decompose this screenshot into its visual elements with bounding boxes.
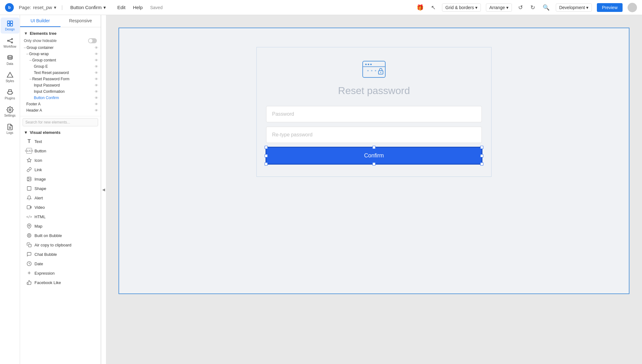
password-field[interactable]: Password [266,106,482,122]
element-chat-bubble[interactable]: Chat Bubble [20,250,101,259]
eye-icon-conf[interactable]: 👁 [95,90,98,93]
help-menu[interactable]: Help [133,5,143,10]
handle-top-left [265,146,268,149]
design-label: Design [5,28,15,31]
eye-icon-footer[interactable]: 👁 [95,102,98,106]
element-date[interactable]: Date [20,259,101,268]
svg-rect-0 [7,21,9,23]
panel-tabs: UI Builder Responsive [20,15,101,27]
icon-element-icon [26,157,32,163]
only-show-hideable-toggle[interactable] [88,38,97,43]
left-panel: UI Builder Responsive ▼ Elements tree On… [20,15,101,364]
elements-tree-header[interactable]: ▼ Elements tree [20,30,101,37]
user-avatar[interactable] [628,3,637,12]
panel-collapse-button[interactable]: ◀ [101,15,106,364]
eye-icon-e[interactable]: 👁 [95,65,98,68]
svg-point-16 [28,178,29,179]
eye-icon-btn[interactable]: 👁 [95,96,98,100]
element-icon[interactable]: Icon [20,156,101,165]
tree-item-header-a[interactable]: Header A 👁 [20,107,101,113]
element-image[interactable]: Image [20,174,101,184]
element-air-copy[interactable]: Air copy to clipboard [20,240,101,250]
element-map[interactable]: Map [20,221,101,231]
retype-password-field[interactable]: Re-type password [266,127,482,143]
sidebar-item-design[interactable]: Design [1,18,19,34]
tree-item-input-confirm[interactable]: Input Confirmation 👁 [20,88,101,95]
svg-point-20 [29,225,30,226]
tree-item-input-password[interactable]: Input Password 👁 [20,82,101,88]
facebook-like-icon [26,280,32,285]
grid-borders-button[interactable]: Grid & borders ▾ [442,3,481,12]
handle-right-middle [480,154,483,157]
handle-left-middle [265,154,268,157]
eye-icon-pw[interactable]: 👁 [95,83,98,87]
development-button[interactable]: Development ▾ [556,3,592,12]
element-name-selector[interactable]: Button Confirm ▾ [70,5,106,10]
visual-elements-header[interactable]: ▼ Visual elements [20,128,101,137]
tab-ui-builder[interactable]: UI Builder [20,15,61,27]
page-selector[interactable]: Page: reset_pw ▾ [19,5,56,10]
icon-sidebar: Design Workflow Data Styles [0,15,20,364]
redo-icon[interactable]: ↻ [529,3,536,12]
eye-icon-form[interactable]: 👁 [95,77,98,81]
sidebar-item-plugins[interactable]: Plugins [1,87,19,103]
element-alert[interactable]: Alert [20,193,101,203]
visual-elements-toggle[interactable]: ▼ [24,130,28,135]
svg-point-28 [370,64,372,65]
styles-label: Styles [6,79,14,83]
svg-point-26 [365,64,367,65]
confirm-button[interactable]: Confirm [266,147,482,164]
eye-icon[interactable]: 👁 [95,46,98,50]
main-canvas[interactable]: * * * Reset password Password [106,15,642,364]
text-element-icon: T [26,139,32,144]
page-dropdown-icon[interactable]: ▾ [54,5,56,10]
eye-icon-reset[interactable]: 👁 [95,71,98,75]
eye-icon-wrap[interactable]: 👁 [95,52,98,56]
sidebar-item-styles[interactable]: Styles [1,69,19,85]
sidebar-item-logs[interactable]: Logs [1,121,19,137]
undo-icon[interactable]: ↺ [517,3,524,12]
tab-responsive[interactable]: Responsive [61,15,101,27]
video-element-icon [26,204,32,210]
handle-top-right [480,146,483,149]
preview-button[interactable]: Preview [597,3,623,12]
app-logo[interactable]: b [5,3,14,12]
elements-tree-toggle[interactable]: ▼ [24,31,28,36]
element-built-on-bubble[interactable]: Built on Bubble [20,231,101,240]
tree-item-footer-a[interactable]: Footer A 👁 [20,101,101,107]
html-element-icon: </> [26,214,32,219]
gift-icon[interactable]: 🎁 [415,3,425,12]
element-dropdown-icon[interactable]: ▾ [103,5,106,10]
tree-item-reset-form[interactable]: – Reset Password Form 👁 [20,76,101,82]
tree-item-button-confirm[interactable]: Button Confirm 👁 [20,95,101,101]
element-link[interactable]: Link [20,165,101,174]
logs-icon [7,124,13,130]
tree-item-group-content[interactable]: – Group content 👁 [20,57,101,63]
tree-item-group-e[interactable]: Group E 👁 [20,63,101,70]
element-html[interactable]: </> HTML [20,212,101,221]
tree-item-text-reset[interactable]: Text Reset password 👁 [20,70,101,76]
eye-icon-header[interactable]: 👁 [95,108,98,112]
settings-label: Settings [4,114,15,117]
sidebar-item-workflow[interactable]: Workflow [1,35,19,51]
element-facebook-like[interactable]: Facebook Like [20,278,101,287]
form-container[interactable]: * * * Reset password Password [256,47,492,177]
edit-menu[interactable]: Edit [117,5,125,10]
sidebar-item-data[interactable]: Data [1,52,19,68]
element-video[interactable]: Video [20,203,101,212]
tree-item-group-container[interactable]: – Group container 👁 [20,45,101,51]
eye-icon-content[interactable]: 👁 [95,58,98,62]
expression-element-icon: + [26,270,32,276]
element-text[interactable]: T Text [20,137,101,146]
main-layout: Design Workflow Data Styles [0,15,642,364]
element-button[interactable]: CLICK Button [20,146,101,156]
element-expression[interactable]: + Expression [20,268,101,278]
sidebar-item-settings[interactable]: Settings [1,104,19,120]
search-elements-input[interactable] [23,118,98,126]
element-shape[interactable]: Shape [20,184,101,193]
cursor-icon[interactable]: ↖ [430,3,437,12]
search-icon[interactable]: 🔍 [541,3,551,12]
arrange-button[interactable]: Arrange ▾ [486,3,512,12]
tree-item-group-wrap[interactable]: – Group wrap 👁 [20,51,101,57]
form-icon: * * * [266,60,482,80]
